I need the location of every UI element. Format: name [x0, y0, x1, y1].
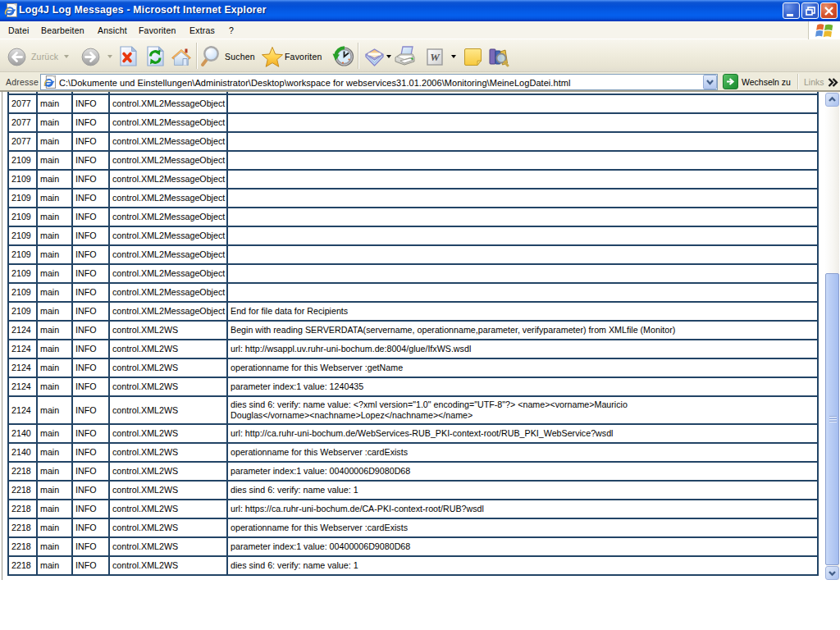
svg-text:W: W [430, 51, 441, 63]
